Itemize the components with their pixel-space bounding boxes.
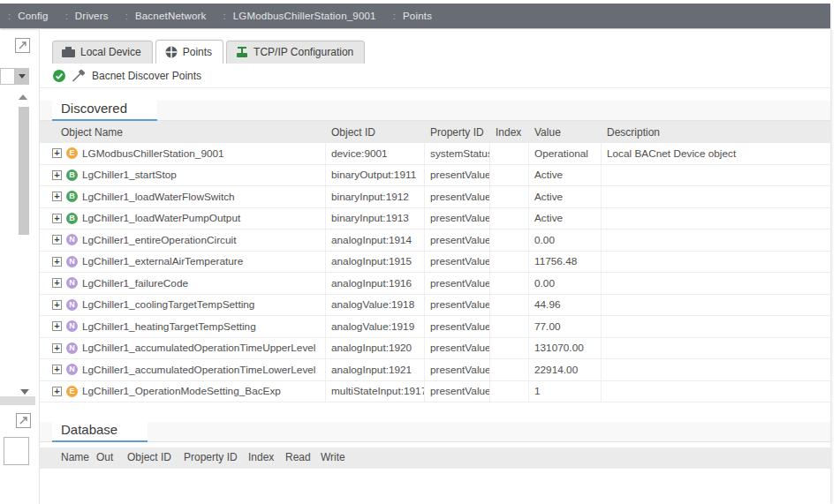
sidebar-dropdown[interactable] [0, 68, 29, 85]
column-header-index[interactable]: Index [490, 126, 529, 139]
table-row[interactable]: + N LgChiller1_failureCode analogInput:1… [40, 273, 830, 295]
property-id-cell: presentValue [425, 186, 490, 207]
column-header-description[interactable]: Description [602, 126, 830, 139]
object-name-cell: LgChiller1_loadWaterPumpOutput [82, 212, 240, 224]
db-column-property-id[interactable]: Property ID [184, 451, 238, 463]
db-column-object-id[interactable]: Object ID [127, 451, 171, 463]
point-type-badge: B [66, 169, 78, 181]
table-row[interactable]: + B LgChiller1_loadWaterFlowSwitch binar… [40, 186, 830, 208]
expand-icon[interactable]: + [52, 170, 62, 180]
table-row[interactable]: + E LgChiller1_OperationModeSetting_BacE… [40, 381, 830, 403]
property-id-cell: presentValue [425, 359, 490, 380]
tab-tcpip-configuration[interactable]: TCP/IP Configuration [226, 41, 365, 64]
expand-icon[interactable]: + [52, 235, 62, 244]
index-cell [490, 229, 529, 251]
breadcrumb-item-bacnetnetwork[interactable]: : BacnetNetwork [125, 11, 207, 21]
tab-points[interactable]: Points [155, 40, 223, 64]
description-cell [602, 186, 830, 207]
breadcrumb-item-drivers[interactable]: : Drivers [65, 11, 109, 21]
property-id-cell: presentValue [425, 338, 490, 359]
column-header-property-id[interactable]: Property ID [425, 126, 490, 139]
expand-icon[interactable]: + [52, 278, 62, 288]
discover-points-button[interactable]: Bacnet Discover Points [92, 70, 201, 82]
discovered-tab[interactable]: Discovered [52, 95, 157, 121]
tab-label: TCP/IP Configuration [254, 46, 353, 58]
value-cell: 0.00 [529, 229, 602, 251]
expand-icon[interactable]: + [52, 300, 62, 310]
value-cell: 131070.00 [529, 338, 602, 359]
point-type-badge: N [66, 299, 78, 311]
db-column-read[interactable]: Read [285, 451, 311, 463]
point-type-badge: N [66, 277, 78, 289]
scroll-up-icon[interactable] [19, 94, 27, 100]
expand-icon[interactable]: + [52, 387, 62, 396]
value-cell: 22914.00 [529, 359, 602, 380]
table-row[interactable]: + N LgChiller1_entireOperationCircuit an… [40, 229, 830, 252]
point-type-badge: B [66, 191, 78, 202]
network-icon [236, 47, 248, 57]
column-header-object-id[interactable]: Object ID [326, 126, 425, 139]
object-id-cell: binaryOutput:1911 [326, 165, 425, 186]
device-icon [62, 47, 75, 57]
table-row[interactable]: + N LgChiller1_heatingTargetTempSetting … [40, 316, 830, 338]
property-id-cell: presentValue [425, 381, 490, 402]
table-row[interactable]: + B LgChiller1_startStop binaryOutput:19… [40, 165, 830, 187]
property-id-cell: presentValue [425, 316, 490, 337]
property-id-cell: presentValue [425, 252, 490, 273]
scrollbar-thumb[interactable] [19, 107, 29, 235]
object-name-cell: LgChiller1_heatingTargetTempSetting [82, 320, 256, 333]
expand-icon[interactable]: + [52, 321, 62, 331]
db-column-name[interactable]: Name [61, 451, 89, 463]
table-row[interactable]: + N LgChiller1_externalAirTemperature an… [40, 252, 830, 274]
scroll-down-icon[interactable] [20, 389, 29, 395]
object-id-cell: multiStateInput:1917 [326, 381, 425, 402]
expand-icon[interactable]: + [52, 365, 62, 374]
breadcrumb-item-points[interactable]: : Points [393, 11, 432, 21]
status-check-icon [53, 70, 65, 82]
table-row[interactable]: + B LgChiller1_loadWaterPumpOutput binar… [40, 208, 830, 230]
maximize-icon[interactable] [16, 413, 31, 428]
expand-icon[interactable]: + [52, 192, 62, 201]
index-cell [490, 273, 529, 294]
index-cell [490, 381, 529, 402]
object-name-cell: LgChiller1_loadWaterFlowSwitch [82, 191, 235, 203]
column-header-value[interactable]: Value [529, 126, 602, 139]
table-row[interactable]: + N LgChiller1_accumulatedOperationTimeU… [40, 338, 830, 360]
points-icon [165, 46, 178, 58]
description-cell: Local BACnet Device object [602, 143, 830, 164]
object-name-cell: LgChiller1_entireOperationCircuit [82, 234, 236, 246]
sidebar-thumbnail-box[interactable] [4, 437, 29, 465]
table-row[interactable]: + N LgChiller1_accumulatedOperationTimeL… [40, 359, 830, 381]
db-column-out[interactable]: Out [96, 451, 113, 463]
expand-icon[interactable]: + [52, 148, 62, 158]
column-header-object-name[interactable]: Object Name [40, 126, 326, 139]
db-column-index[interactable]: Index [248, 451, 274, 463]
breadcrumb-item-config[interactable]: : Config [8, 11, 49, 21]
maximize-icon[interactable] [15, 38, 30, 53]
description-cell [602, 229, 830, 251]
expand-icon[interactable]: + [52, 343, 62, 353]
object-name-cell: LGModbusChillerStation_9001 [82, 147, 224, 160]
table-row[interactable]: + E LGModbusChillerStation_9001 device:9… [40, 143, 830, 165]
index-cell [490, 252, 529, 273]
object-name-cell: LgChiller1_accumulatedOperationTimeUpper… [82, 342, 315, 354]
value-cell: 77.00 [529, 316, 602, 337]
breadcrumb-item-station[interactable]: : LGModbusChillerStation_9001 [223, 11, 375, 21]
index-cell [490, 165, 529, 186]
breadcrumb-separator: : [8, 11, 11, 21]
chevron-down-icon[interactable] [15, 68, 29, 85]
table-row[interactable]: + N LgChiller1_coolingTargetTempSetting … [40, 295, 830, 317]
breadcrumb-separator: : [125, 11, 128, 21]
database-tab[interactable]: Database [52, 417, 148, 442]
expand-icon[interactable]: + [52, 214, 62, 223]
tab-local-device[interactable]: Local Device [52, 41, 153, 64]
section-header-strip [40, 101, 830, 121]
index-cell [490, 295, 529, 316]
value-cell: Active [529, 165, 602, 186]
db-column-write[interactable]: Write [321, 451, 345, 463]
object-id-cell: analogValue:1919 [326, 316, 425, 337]
dropdown-field[interactable] [0, 68, 15, 85]
description-cell [602, 316, 830, 337]
object-id-cell: device:9001 [326, 143, 425, 164]
expand-icon[interactable]: + [52, 257, 62, 267]
